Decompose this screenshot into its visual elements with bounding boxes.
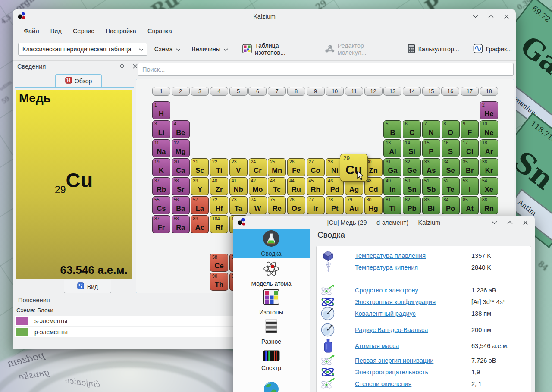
element-xe[interactable]: 54Xe [480,177,498,195]
sidebar-item-сводка[interactable]: Сводка [233,229,310,258]
element-sb[interactable]: 51Sb [422,177,440,195]
element-in[interactable]: 49In [383,177,401,195]
element-ru[interactable]: 44Ru [287,177,305,195]
minimize-icon[interactable] [472,13,479,20]
menu-item-5[interactable]: Справка [142,26,178,36]
search-input[interactable] [138,63,514,76]
element-hg[interactable]: 80Hg [364,196,383,214]
property-link[interactable]: Радиус Ван-дер-Ваальса [355,326,428,333]
element-cl[interactable]: 17Cl [461,139,479,157]
element-i[interactable]: 53I [461,177,479,195]
element-ti[interactable]: 22Ti [210,158,228,176]
group-number-11[interactable]: 11 [345,87,363,96]
element-ra[interactable]: 88Ra [172,215,190,233]
element-cr[interactable]: 24Cr [249,158,267,176]
element-tl[interactable]: 81Tl [383,196,401,214]
element-w[interactable]: 74W [249,196,267,214]
group-number-2[interactable]: 2 [172,87,190,96]
element-ir[interactable]: 77Ir [307,196,325,214]
element-rh[interactable]: 45Rh [307,177,325,195]
property-link[interactable]: Температура плавления [355,252,426,259]
element-os[interactable]: 76Os [287,196,305,214]
property-link[interactable]: Сродство к электрону [355,287,418,294]
tab-view[interactable]: Вид [64,280,111,293]
menu-item-1[interactable]: Файл [18,26,45,36]
element-sr[interactable]: 38Sr [172,177,190,195]
element-o[interactable]: 8O [442,120,460,138]
element-ac[interactable]: 89Ac [191,215,209,233]
element-na[interactable]: 11Na [152,139,170,157]
element-po[interactable]: 84Po [442,196,460,214]
group-number-18[interactable]: 18 [480,87,498,96]
element-c[interactable]: 6C [403,120,421,138]
element-kr[interactable]: 36Kr [480,158,498,176]
property-link[interactable]: Ковалентный радиус [355,310,416,317]
group-number-12[interactable]: 12 [364,87,383,96]
isotope-table-button[interactable]: Таблица изотопов... [238,40,314,59]
group-number-10[interactable]: 10 [326,87,344,96]
element-ca[interactable]: 20Ca [172,158,190,176]
element-fr[interactable]: 87Fr [152,215,170,233]
property-link[interactable]: Электроотрицательность [355,369,428,376]
element-ar[interactable]: 18Ar [480,139,498,157]
element-sn[interactable]: 50Sn [403,177,421,195]
scheme-dropdown-button[interactable]: Схема [150,43,185,55]
sidebar-item-спектр[interactable]: Спектр [233,346,310,375]
element-v[interactable]: 23V [229,158,248,176]
element-si[interactable]: 14Si [403,139,421,157]
element-la[interactable]: 57La [191,196,209,214]
element-ge[interactable]: 32Ge [403,158,421,176]
sidebar-item-разное[interactable]: Разное [233,317,310,346]
element-se[interactable]: 34Se [442,158,460,176]
element-bi[interactable]: 83Bi [422,196,440,214]
element-au[interactable]: 79Au [345,196,363,214]
element-b[interactable]: 5B [383,120,401,138]
element-at[interactable]: 85At [461,196,479,214]
element-as[interactable]: 33As [422,158,440,176]
property-link[interactable]: Электронная конфигурация [355,298,436,305]
element-p[interactable]: 15P [422,139,440,157]
element-mn[interactable]: 25Mn [268,158,286,176]
close-icon[interactable] [503,13,510,20]
sidebar-item-модель-атома[interactable]: Модель атома [233,258,310,287]
element-fe[interactable]: 26Fe [287,158,305,176]
element-mo[interactable]: 42Mo [249,177,267,195]
element-mg[interactable]: 12Mg [172,139,190,157]
element-pt[interactable]: 78Pt [326,196,344,214]
element-ne[interactable]: 10Ne [480,120,498,138]
element-rf[interactable]: 104Rf [210,215,228,233]
element-f[interactable]: 9F [461,120,479,138]
maximize-icon[interactable] [506,219,513,226]
element-zr[interactable]: 40Zr [210,177,228,195]
element-n[interactable]: 7N [422,120,440,138]
molecule-editor-button[interactable]: Редактор молекул... [320,40,398,59]
group-number-16[interactable]: 16 [441,87,459,96]
element-re[interactable]: 75Re [268,196,286,214]
group-number-4[interactable]: 4 [210,87,228,96]
property-link[interactable]: Температура кипения [355,264,418,271]
menu-item-4[interactable]: Настройка [100,26,142,36]
element-be[interactable]: 4Be [172,120,190,138]
group-number-3[interactable]: 3 [191,87,209,96]
group-number-17[interactable]: 17 [461,87,479,96]
element-te[interactable]: 52Te [442,177,460,195]
dialog-titlebar[interactable]: [Cu] Медь (29 — d-элемент) — Kalzium [233,216,535,229]
element-ce[interactable]: 58Ce [210,254,228,272]
sidebar-item-изотопы[interactable]: Изотопы [233,287,310,317]
element-he[interactable]: 2He [480,101,498,119]
property-link[interactable]: Атомная масса [355,342,399,349]
element-nb[interactable]: 41Nb [229,177,248,195]
dock-float-icon[interactable] [118,62,126,70]
values-dropdown-button[interactable]: Величины [188,43,232,55]
group-number-1[interactable]: 1 [152,87,170,96]
element-hf[interactable]: 72Hf [210,196,228,214]
plot-button[interactable]: График... [469,41,516,57]
property-link[interactable]: Степени окисления [355,380,411,387]
tab-overview[interactable]: H Обзор [55,74,102,87]
element-s[interactable]: 16S [442,139,460,157]
table-type-combobox[interactable]: Классическая периодическая таблица [18,43,147,56]
element-th[interactable]: 90Th [210,273,228,291]
menu-item-2[interactable]: Вид [45,26,67,36]
element-ta[interactable]: 73Ta [229,196,248,214]
element-li[interactable]: 3Li [152,120,170,138]
